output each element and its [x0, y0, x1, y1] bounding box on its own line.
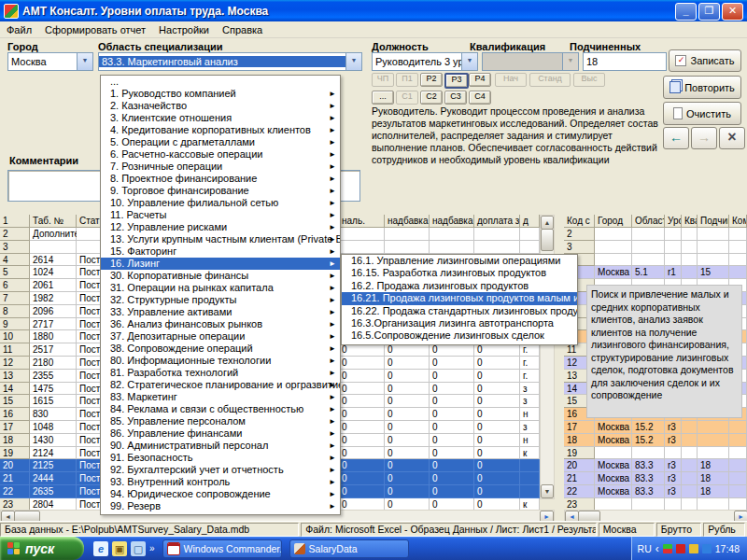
cell-area-code[interactable]: 15.2 — [632, 421, 665, 434]
internet-explorer-icon[interactable]: e — [93, 541, 108, 556]
cell-city[interactable] — [595, 447, 632, 460]
maximize-button[interactable]: ❐ — [698, 3, 720, 21]
cell-tab-number[interactable]: 1024 — [30, 266, 77, 279]
cell-city[interactable] — [595, 228, 632, 241]
folder-icon[interactable]: ▣ — [112, 541, 127, 556]
cell-value[interactable] — [474, 228, 520, 241]
menu-item[interactable]: 92. Бухгалтерский учет и отчетность► — [101, 464, 340, 476]
chevron-down-icon[interactable]: ▼ — [461, 53, 477, 70]
submenu-item[interactable]: 16.5.Сопровождение лизинговых сделок — [342, 329, 577, 342]
row-number[interactable]: 5 — [0, 266, 30, 279]
menu-item[interactable]: 99. Резерв► — [101, 500, 340, 512]
desktop-icon[interactable]: ▢ — [131, 541, 146, 556]
cell-city[interactable]: Москва — [595, 434, 632, 447]
cell-flag[interactable]: з — [520, 421, 540, 434]
menu-item[interactable]: 15. Факторинг► — [101, 245, 340, 258]
cell-comment[interactable] — [729, 472, 747, 485]
menu-item[interactable]: 33. Управление активами► — [101, 306, 340, 318]
menu-item[interactable]: 31. Операции на рынках капитала► — [101, 282, 340, 294]
cell-area-code[interactable]: 83.3 — [632, 459, 665, 472]
row-number[interactable]: 12 — [0, 357, 30, 370]
submenu-item[interactable]: 16.21. Продажа лизинговых продуктов малы… — [342, 292, 577, 304]
column-header[interactable]: Уро — [665, 215, 682, 228]
chevron-down-icon[interactable]: ▼ — [77, 53, 92, 70]
cell-value[interactable]: 0 — [339, 434, 385, 447]
cell-area-code[interactable] — [632, 241, 665, 254]
close-button[interactable]: ✕ — [722, 3, 743, 21]
cell-value[interactable]: 0 — [385, 343, 430, 357]
cell-flag[interactable]: з — [520, 383, 540, 396]
row-number[interactable]: 19 — [0, 447, 30, 460]
delete-button[interactable]: × — [719, 127, 745, 149]
quick-launch-more-icon[interactable]: » — [149, 543, 155, 553]
level-button-...[interactable]: ... — [372, 91, 394, 105]
column-header[interactable]: д — [520, 215, 540, 228]
cell-qualification[interactable] — [682, 485, 698, 498]
cell-tab-number[interactable]: 1880 — [30, 330, 77, 343]
repeat-button[interactable]: Повторить — [663, 76, 741, 99]
menu-item[interactable]: ... — [101, 76, 340, 88]
menu-item[interactable]: 83. Маркетинг► — [101, 391, 340, 403]
submenu-item[interactable]: 16.22. Продажа стандартных лизинговых пр… — [342, 305, 577, 317]
row-number[interactable]: 10 — [0, 330, 30, 343]
cell-value[interactable]: 0 — [430, 472, 474, 485]
menu-item[interactable]: 85. Управление персоналом► — [101, 415, 340, 427]
menu-item[interactable]: 16. Лизинг► — [101, 258, 340, 270]
cell-area-code[interactable]: 83.3 — [632, 485, 665, 498]
cell-subordinates[interactable]: 18 — [698, 485, 729, 498]
cell-area-code[interactable]: 15.2 — [632, 434, 665, 447]
tray-collapse-icon[interactable]: ‹ — [655, 542, 659, 555]
menubar-item[interactable]: Файл — [0, 23, 38, 36]
cell-subordinates[interactable]: 18 — [698, 459, 729, 472]
row-number[interactable]: 21 — [564, 472, 595, 485]
cell-flag[interactable] — [520, 459, 540, 472]
row-number[interactable]: 9 — [0, 318, 30, 331]
row-number[interactable]: 8 — [0, 305, 30, 318]
cell-value[interactable]: 0 — [430, 370, 474, 383]
cell-tab-number[interactable]: Дополнитель — [30, 228, 77, 241]
cell-tab-number[interactable]: 2124 — [30, 447, 77, 460]
cell-value[interactable] — [474, 241, 520, 254]
cell-value[interactable]: 0 — [474, 434, 520, 447]
cell-tab-number[interactable]: 1430 — [30, 434, 77, 447]
cell-city[interactable] — [595, 241, 632, 254]
menu-item[interactable]: 36. Анализ финансовых рынков► — [101, 318, 340, 330]
row-number[interactable]: 14 — [0, 383, 30, 396]
cell-value[interactable]: 0 — [339, 357, 385, 370]
cell-value[interactable]: 0 — [430, 434, 474, 447]
menu-item[interactable]: 6. Расчетно-кассовые операции► — [101, 148, 340, 161]
cell-value[interactable]: 0 — [339, 472, 385, 485]
menu-item[interactable]: 82. Стратегическое планирование и орграз… — [101, 379, 340, 391]
level-button-Р4[interactable]: Р4 — [469, 73, 491, 87]
cell-comment[interactable] — [729, 421, 747, 434]
cell-qualification[interactable] — [682, 254, 698, 267]
cell-level[interactable] — [665, 447, 682, 460]
submenu-item[interactable]: 16.1. Управление лизинговыми операциями — [342, 255, 577, 267]
clear-button[interactable]: Очистить — [663, 102, 741, 125]
menu-item[interactable]: 11. Расчеты► — [101, 209, 340, 221]
row-number[interactable]: 11 — [0, 343, 30, 357]
cell-level[interactable]: r3 — [665, 421, 682, 434]
cell-flag[interactable]: к — [520, 447, 540, 460]
scroll-down-icon[interactable]: ▼ — [541, 484, 554, 498]
cell-flag[interactable] — [520, 485, 540, 498]
column-header[interactable]: Подчине — [698, 215, 729, 228]
task-button-salarydata[interactable]: SalaryData — [289, 539, 409, 558]
cell-tab-number[interactable]: 1615 — [30, 395, 77, 408]
cell-level[interactable]: r3 — [665, 472, 682, 485]
cell-value[interactable]: 0 — [474, 395, 520, 408]
cell-value[interactable]: 0 — [339, 459, 385, 472]
cell-value[interactable]: 0 — [339, 485, 385, 498]
cell-subordinates[interactable] — [698, 421, 729, 434]
cell-comment[interactable] — [729, 485, 747, 498]
cell-qualification[interactable] — [682, 266, 698, 279]
cell-value[interactable]: 0 — [474, 472, 520, 485]
cell-level[interactable]: r3 — [665, 434, 682, 447]
cell-level[interactable] — [665, 228, 682, 241]
menu-item[interactable]: 91. Безопасность► — [101, 452, 340, 464]
cell-flag[interactable] — [520, 228, 540, 241]
cell-level[interactable]: r1 — [665, 266, 682, 279]
menu-item[interactable]: 10. Управление филиальной сетью► — [101, 197, 340, 209]
task-button-windows-commander[interactable]: Windows Commander... — [162, 539, 282, 558]
cell-value[interactable]: 0 — [430, 343, 474, 357]
